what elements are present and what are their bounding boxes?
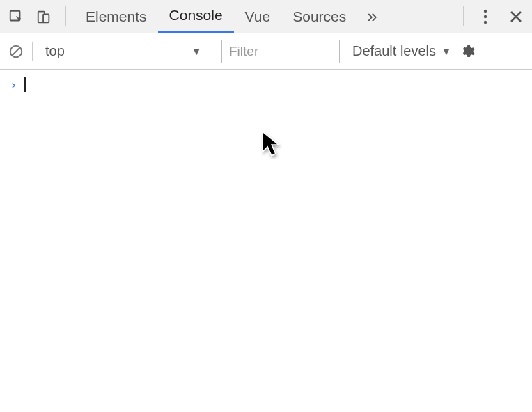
- console-output[interactable]: ›: [0, 70, 532, 99]
- text-cursor: [24, 77, 26, 92]
- toggle-device-icon[interactable]: [35, 8, 53, 26]
- separator: [214, 42, 214, 61]
- svg-point-4: [484, 15, 487, 17]
- kebab-menu-icon[interactable]: [476, 8, 494, 26]
- chevron-down-icon: ▼: [191, 46, 201, 57]
- tab-sources[interactable]: Sources: [281, 0, 357, 33]
- prompt-arrow-icon: ›: [10, 77, 17, 92]
- svg-rect-2: [43, 14, 49, 22]
- console-subbar: top ▼ Default levels ▼: [0, 33, 532, 70]
- console-prompt[interactable]: ›: [10, 77, 522, 92]
- context-select-label: top: [45, 43, 65, 59]
- console-settings-icon[interactable]: [458, 42, 476, 61]
- toolbar-right-group: [463, 6, 525, 26]
- log-levels-select[interactable]: Default levels ▼: [352, 43, 451, 59]
- chevron-down-icon: ▼: [441, 46, 451, 57]
- clear-console-icon[interactable]: [7, 42, 25, 61]
- execution-context-select[interactable]: top ▼: [40, 43, 207, 59]
- inspect-element-icon[interactable]: [7, 8, 25, 26]
- tab-elements[interactable]: Elements: [75, 0, 158, 33]
- levels-select-label: Default levels: [352, 43, 436, 59]
- svg-point-3: [484, 9, 487, 12]
- mouse-pointer-icon: [261, 131, 282, 159]
- filter-input[interactable]: [221, 40, 340, 63]
- toolbar-left-group: [7, 6, 66, 26]
- tab-console[interactable]: Console: [158, 0, 234, 33]
- main-toolbar: Elements Console Vue Sources »: [0, 0, 532, 33]
- close-icon[interactable]: [507, 8, 525, 26]
- tab-strip: Elements Console Vue Sources »: [75, 0, 463, 33]
- separator: [32, 42, 33, 61]
- tab-vue[interactable]: Vue: [234, 0, 282, 33]
- tab-overflow-icon[interactable]: »: [357, 0, 386, 33]
- svg-point-5: [484, 20, 487, 23]
